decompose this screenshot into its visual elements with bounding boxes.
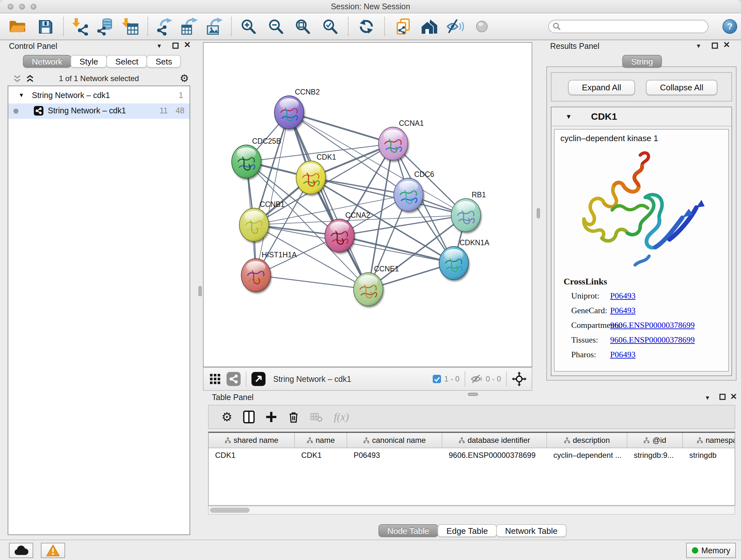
- tab-node-table[interactable]: Node Table: [379, 524, 438, 537]
- network-node-CDKN1A[interactable]: [439, 246, 468, 280]
- hide-selected-button[interactable]: [446, 17, 465, 36]
- export-network-button[interactable]: [155, 17, 174, 36]
- export-image-button[interactable]: [205, 17, 224, 36]
- column-header-name[interactable]: name: [295, 433, 347, 448]
- table-cell[interactable]: cyclin–dependent ...: [547, 448, 627, 462]
- scrollbar-thumb[interactable]: [210, 508, 250, 513]
- table-panel-collapse-icon[interactable]: ▼: [704, 394, 711, 401]
- network-node-CCNE1[interactable]: [354, 273, 383, 306]
- zoom-out-button[interactable]: [266, 17, 285, 36]
- grid-view-icon[interactable]: [210, 374, 220, 384]
- export-table-button[interactable]: [180, 17, 199, 36]
- crosslink-pharos-link[interactable]: P06493: [610, 350, 635, 360]
- network-graph[interactable]: CCNB2CCNA1CDC25BCDK1CDC6RB1CCNB1CCNA2CDK…: [204, 43, 532, 367]
- save-session-button[interactable]: [36, 17, 55, 36]
- network-edge[interactable]: [340, 236, 454, 263]
- table-cell[interactable]: CDK1: [295, 448, 347, 462]
- table-horizontal-scrollbar[interactable]: [208, 506, 735, 515]
- network-node-CCNA1[interactable]: [379, 127, 408, 160]
- results-panel-close-icon[interactable]: ✕: [723, 41, 730, 49]
- search-input[interactable]: [548, 20, 709, 33]
- tree-caret-icon[interactable]: ▼: [18, 92, 24, 99]
- birdseye-view-icon[interactable]: [252, 372, 266, 386]
- control-panel-float-icon[interactable]: [172, 42, 179, 49]
- column-header-databaseidentifier[interactable]: database identifier: [442, 433, 547, 448]
- network-edge[interactable]: [311, 178, 466, 215]
- zoom-selected-button[interactable]: [320, 17, 340, 36]
- cloud-status-button[interactable]: [9, 543, 33, 558]
- network-node-CCNB2[interactable]: [274, 96, 304, 129]
- control-panel-close-icon[interactable]: ✕: [184, 41, 191, 49]
- zoom-in-button[interactable]: [239, 17, 258, 36]
- horizontal-splitter-handle[interactable]: [468, 393, 478, 396]
- results-panel-collapse-icon[interactable]: ▼: [696, 42, 701, 50]
- crosslink-uniprot-link[interactable]: P06493: [610, 291, 635, 301]
- table-cell[interactable]: stringdb: [683, 448, 735, 462]
- show-all-button[interactable]: [472, 17, 491, 36]
- network-node-CDK1[interactable]: [296, 161, 326, 194]
- network-node-CCNB1[interactable]: [239, 208, 269, 241]
- protein-section-header[interactable]: ▼ CDK1: [551, 107, 731, 126]
- network-node-RB1[interactable]: [451, 199, 481, 232]
- duplicate-network-button[interactable]: [394, 17, 413, 36]
- network-node-CDC25B[interactable]: [232, 145, 261, 178]
- column-header-canonicalname[interactable]: canonical name: [347, 433, 442, 448]
- tab-select[interactable]: Select: [106, 55, 147, 68]
- string-view-icon[interactable]: [226, 372, 241, 386]
- control-panel-collapse-icon[interactable]: ▼: [156, 42, 162, 50]
- apply-layout-button[interactable]: [357, 17, 376, 36]
- crosslink-tissues-link[interactable]: 9606.ENSP00000378699: [610, 335, 695, 345]
- show-columns-icon[interactable]: [243, 411, 255, 423]
- delete-column-trash-icon[interactable]: [288, 411, 299, 423]
- import-network-button[interactable]: [71, 17, 90, 36]
- help-button[interactable]: ?: [723, 19, 737, 34]
- results-panel-float-icon[interactable]: [712, 42, 718, 49]
- add-column-icon[interactable]: [266, 411, 277, 423]
- table-options-gear-icon[interactable]: ⚙: [221, 410, 232, 424]
- network-row-selected[interactable]: String Network – cdk1 11 48: [8, 104, 190, 119]
- import-table-button[interactable]: [121, 17, 140, 36]
- table-panel-float-icon[interactable]: [719, 393, 726, 400]
- left-splitter-handle[interactable]: [199, 286, 202, 296]
- protein-section: ▼ CDK1 cyclin–dependent kinase 1: [551, 107, 732, 376]
- open-session-button[interactable]: [8, 17, 27, 36]
- column-header-description[interactable]: description: [547, 433, 627, 448]
- crosslink-compartments-link[interactable]: 9606.ENSP00000378699: [610, 320, 695, 330]
- tab-edge-table[interactable]: Edge Table: [437, 524, 497, 537]
- warnings-button[interactable]: [41, 543, 65, 558]
- tab-network-table[interactable]: Network Table: [496, 524, 566, 537]
- tab-sets[interactable]: Sets: [146, 55, 181, 68]
- table-row[interactable]: CDK1CDK1P064939606.ENSP00000378699cyclin…: [209, 448, 735, 462]
- zoom-fit-button[interactable]: [293, 17, 312, 36]
- network-collection-row[interactable]: ▼ String Network – cdk1 1: [8, 88, 190, 104]
- section-caret-icon[interactable]: ▼: [565, 113, 572, 120]
- right-splitter-handle[interactable]: [537, 208, 540, 219]
- fit-move-icon[interactable]: [512, 372, 527, 386]
- table-cell[interactable]: P06493: [347, 448, 442, 462]
- network-node-CDC6[interactable]: [394, 178, 423, 211]
- collapse-all-button[interactable]: Collapse All: [646, 80, 718, 95]
- network-node-HIST1H1A[interactable]: [241, 259, 271, 292]
- column-header-id[interactable]: @id: [627, 433, 683, 448]
- selected-checkbox-icon[interactable]: [433, 375, 441, 383]
- column-header-sharedname[interactable]: shared name: [209, 433, 295, 448]
- network-edge[interactable]: [289, 112, 393, 144]
- table-panel-close-icon[interactable]: ✕: [730, 393, 737, 400]
- first-neighbors-button[interactable]: [420, 17, 439, 36]
- table-cell[interactable]: CDK1: [209, 448, 295, 462]
- network-options-gear-icon[interactable]: ⚙: [180, 72, 189, 84]
- expand-all-button[interactable]: Expand All: [568, 80, 635, 95]
- column-header-namespace[interactable]: namespace: [683, 433, 735, 448]
- network-canvas[interactable]: CCNB2CCNA1CDC25BCDK1CDC6RB1CCNB1CCNA2CDK…: [203, 42, 532, 367]
- network-edge[interactable]: [256, 275, 368, 289]
- tab-string[interactable]: String: [622, 55, 662, 68]
- tab-network[interactable]: Network: [23, 55, 71, 68]
- network-edge[interactable]: [289, 112, 368, 289]
- table-cell[interactable]: stringdb:9...: [627, 448, 683, 462]
- crosslink-genecard-link[interactable]: P06493: [610, 306, 635, 315]
- tab-style[interactable]: Style: [71, 55, 107, 68]
- table-cell[interactable]: 9606.ENSP00000378699: [442, 448, 547, 462]
- import-network-database-button[interactable]: [96, 17, 115, 36]
- memory-button[interactable]: Memory: [686, 543, 736, 558]
- network-node-CCNA2[interactable]: [325, 219, 354, 252]
